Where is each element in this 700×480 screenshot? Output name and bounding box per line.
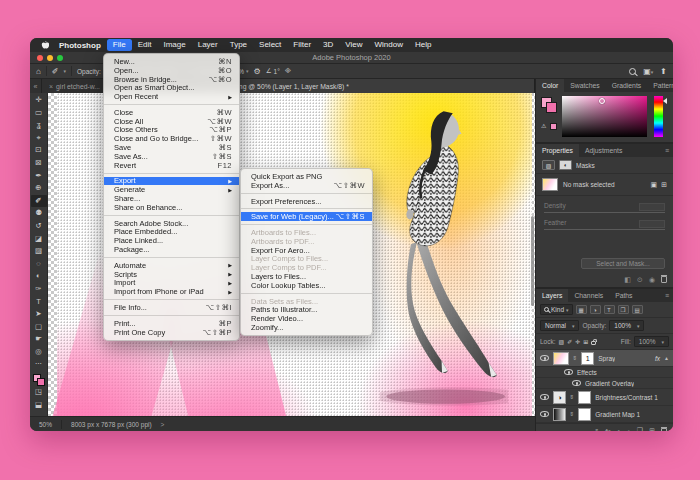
file-menu-item-print-one-copy[interactable]: Print One Copy⌥⇧⌘P xyxy=(104,328,239,337)
file-menu-item-file-info[interactable]: File Info...⌥⇧⌘I xyxy=(104,303,239,312)
hue-slider[interactable] xyxy=(654,96,663,137)
collapse-effects-icon[interactable]: ▲ xyxy=(664,355,669,361)
file-menu-item-save[interactable]: Save⌘S xyxy=(104,143,239,152)
minimize-window-button[interactable] xyxy=(47,55,53,61)
export-menu-item-export-preferences[interactable]: Export Preferences... xyxy=(241,197,372,206)
export-menu-item-layers-to-files[interactable]: Layers to Files... xyxy=(241,272,372,281)
export-menu-item-zoomify[interactable]: Zoomify... xyxy=(241,323,372,332)
visibility-eye-icon[interactable] xyxy=(540,355,549,361)
visibility-eye-icon[interactable] xyxy=(572,380,581,386)
file-menu-item-package[interactable]: Package... xyxy=(104,245,239,254)
select-and-mask-button[interactable]: Select and Mask... xyxy=(581,258,665,269)
edit-toolbar[interactable]: ⋯ xyxy=(31,358,47,371)
file-menu-item-import-from-iphone-or-ipad[interactable]: Import from iPhone or iPad▶ xyxy=(104,287,239,296)
filter-shape-layers-icon[interactable]: ❒ xyxy=(618,305,629,314)
layer-mask-thumbnail[interactable]: 1 xyxy=(581,352,594,365)
file-menu-item-share[interactable]: Share... xyxy=(104,194,239,203)
gradient-map-icon[interactable] xyxy=(553,408,566,421)
background-color-swatch[interactable] xyxy=(37,378,45,386)
density-track[interactable] xyxy=(544,212,665,213)
file-menu-item-close-all[interactable]: Close All⌥⌘W xyxy=(104,117,239,126)
layer-fx-badge[interactable]: fx xyxy=(655,355,660,362)
move-tool[interactable]: ✛ xyxy=(31,94,47,107)
close-icon[interactable]: × xyxy=(49,83,53,90)
menubar-item-window[interactable]: Window xyxy=(369,39,409,51)
layer-row[interactable]: ∞1Sprayfx▲ xyxy=(536,350,673,367)
delete-layer-icon[interactable] xyxy=(661,428,667,432)
zoom-level[interactable]: 50% xyxy=(39,421,52,428)
layers-tab-paths[interactable]: Paths xyxy=(609,289,638,302)
history-brush-tool[interactable]: ↺ xyxy=(31,220,47,233)
object-selection-tool[interactable]: ⌖ xyxy=(31,132,47,145)
menubar-item-file[interactable]: File xyxy=(107,39,132,51)
gear-icon[interactable]: ⚙ xyxy=(254,67,261,76)
status-chevron-icon[interactable]: > xyxy=(161,421,165,428)
file-menu-item-new[interactable]: New...⌘N xyxy=(104,57,239,66)
layer-effects-icon[interactable]: fx xyxy=(605,428,610,432)
delete-mask-icon[interactable] xyxy=(661,276,667,283)
disable-mask-icon[interactable]: ◉ xyxy=(649,276,655,284)
invert-mask-icon[interactable]: ◧ xyxy=(624,276,631,284)
file-menu-item-save-as[interactable]: Save As...⇧⌘S xyxy=(104,152,239,161)
fill-select[interactable]: 100% ▾ xyxy=(634,336,669,347)
shape-tool[interactable]: ▢ xyxy=(31,321,47,334)
color-tab-gradients[interactable]: Gradients xyxy=(606,79,647,92)
quick-mask-icon[interactable]: ◳ xyxy=(31,386,47,399)
brush-angle-field[interactable]: ∠ 1° xyxy=(266,67,280,75)
lock-pixels-icon[interactable]: ✐ xyxy=(567,338,572,345)
document-tab-inactive[interactable]: × girl etched-w... xyxy=(42,79,108,93)
file-menu-item-place-linked[interactable]: Place Linked... xyxy=(104,236,239,245)
clone-stamp-tool[interactable]: ⚉ xyxy=(31,207,47,220)
export-menu-item-export-as[interactable]: Export As...⌥⇧⌘W xyxy=(241,181,372,190)
layer-mask-thumbnail[interactable] xyxy=(578,391,591,404)
new-adjustment-layer-icon[interactable]: ◑ xyxy=(627,428,631,432)
file-menu-item-place-embedded[interactable]: Place Embedded... xyxy=(104,228,239,237)
color-tab-swatches[interactable]: Swatches xyxy=(564,79,605,92)
menubar-item-select[interactable]: Select xyxy=(253,39,287,51)
frame-tool[interactable]: ⊠ xyxy=(31,157,47,170)
file-menu-item-browse-in-bridge[interactable]: Browse in Bridge...⌥⌘O xyxy=(104,75,239,84)
export-menu-item-color-lookup-tables[interactable]: Color Lookup Tables... xyxy=(241,281,372,290)
menubar-item-filter[interactable]: Filter xyxy=(287,39,317,51)
layer-row[interactable]: ∞Gradient Map 1 xyxy=(536,406,673,423)
brush-tool[interactable]: ✐ xyxy=(31,195,47,208)
menubar-item-layer[interactable]: Layer xyxy=(192,39,224,51)
filter-type-layers-icon[interactable]: T xyxy=(604,305,615,314)
file-menu-item-export[interactable]: Export▶ xyxy=(104,177,239,186)
chevron-down-icon[interactable]: ▾ xyxy=(64,68,67,74)
brush-preset-icon[interactable]: ✐ xyxy=(52,67,59,76)
blend-mode-select[interactable]: Normal ▾ xyxy=(540,320,579,331)
filter-pixel-layers-icon[interactable]: ▦ xyxy=(576,305,587,314)
visibility-eye-icon[interactable] xyxy=(540,394,549,400)
canvas-vertical-scrollbar[interactable] xyxy=(531,216,534,306)
color-cursor[interactable] xyxy=(599,98,605,104)
filter-adjustment-layers-icon[interactable]: ◑ xyxy=(590,305,601,314)
search-icon[interactable] xyxy=(629,68,636,75)
menubar-item-image[interactable]: Image xyxy=(157,39,191,51)
color-tab-patterns[interactable]: Patterns xyxy=(647,79,673,92)
pixel-layer-properties-icon[interactable]: ▨ xyxy=(542,160,555,170)
export-menu-item-save-for-web-legacy[interactable]: Save for Web (Legacy)...⌥⇧⌘S xyxy=(241,212,372,221)
file-menu-item-generate[interactable]: Generate▶ xyxy=(104,185,239,194)
file-menu-item-share-on-behance[interactable]: Share on Behance... xyxy=(104,203,239,212)
add-mask-icon[interactable]: ◐ xyxy=(616,428,620,432)
file-menu-item-print[interactable]: Print...⌘P xyxy=(104,319,239,328)
layers-tab-channels[interactable]: Channels xyxy=(568,289,609,302)
hand-tool[interactable]: ☛ xyxy=(31,333,47,346)
healing-brush-tool[interactable]: ⊕ xyxy=(31,182,47,195)
workspace-icon[interactable]: ▣▾ xyxy=(643,67,653,76)
layers-tab-layers[interactable]: Layers xyxy=(536,289,568,302)
saturation-picker[interactable] xyxy=(562,96,647,137)
menubar-item-type[interactable]: Type xyxy=(224,39,253,51)
menubar-item-edit[interactable]: Edit xyxy=(132,39,158,51)
mask-options-icon[interactable]: ⊞ xyxy=(661,181,667,189)
close-window-button[interactable] xyxy=(37,55,43,61)
dodge-tool[interactable]: ◐ xyxy=(31,270,47,283)
new-group-icon[interactable]: ❒ xyxy=(637,427,643,431)
layer-row[interactable]: ◑∞Brightness/Contrast 1 xyxy=(536,389,673,406)
toolbar-color-swatches[interactable] xyxy=(33,374,45,386)
brightness-contrast-icon[interactable]: ◑ xyxy=(553,391,566,404)
add-mask-icon[interactable]: ▣ xyxy=(651,181,658,189)
menubar-item-help[interactable]: Help xyxy=(409,39,437,51)
share-icon[interactable]: ⬆ xyxy=(660,67,667,76)
